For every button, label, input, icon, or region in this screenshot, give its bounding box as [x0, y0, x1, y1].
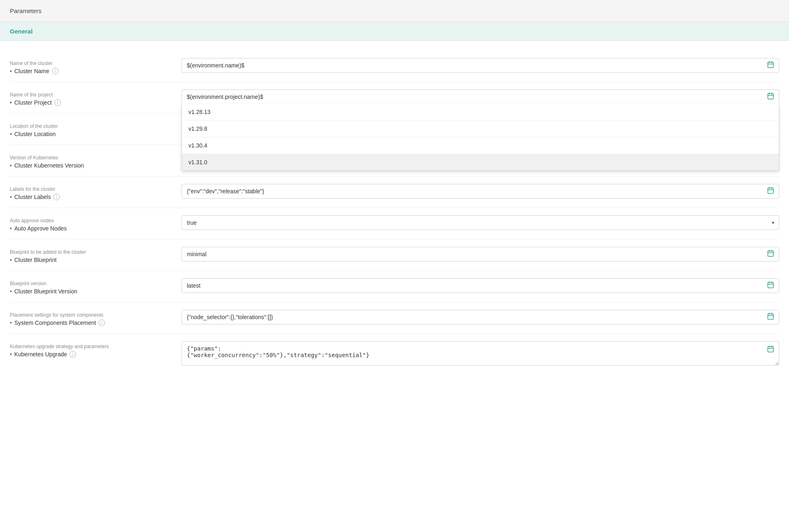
- label-text-kubernetes-upgrade: Kubernetes Upgrade: [14, 351, 67, 358]
- sublabel-kubernetes-upgrade: Kubernetes upgrade strategy and paramete…: [10, 344, 182, 349]
- dropdown-menu-cluster-project: v1.28.13v1.29.8v1.30.4v1.31.0: [182, 104, 779, 171]
- info-icon[interactable]: i: [99, 320, 105, 326]
- input-kubernetes-upgrade[interactable]: [182, 341, 779, 366]
- input-system-components-placement[interactable]: [182, 310, 779, 324]
- label-text-cluster-project: Cluster Project: [14, 99, 52, 106]
- input-cluster-project[interactable]: [182, 89, 779, 104]
- main-label-auto-approve-nodes: • Auto Approve Nodes: [10, 225, 182, 232]
- sublabel-cluster-kubernetes-version: Version of Kubernetes: [10, 155, 182, 161]
- dropdown-container-cluster-project: v1.28.13v1.29.8v1.30.4v1.31.0: [182, 89, 779, 104]
- label-col-cluster-blueprint-version: Blueprint version• Cluster Blueprint Ver…: [10, 278, 182, 295]
- input-col-system-components-placement: [182, 310, 779, 324]
- sublabel-cluster-project: Name of the project: [10, 92, 182, 98]
- form-row-cluster-blueprint: Blueprint to be added to the cluster• Cl…: [10, 239, 779, 271]
- required-star: •: [10, 320, 12, 326]
- label-text-cluster-location: Cluster Location: [14, 131, 56, 137]
- info-icon[interactable]: i: [69, 351, 76, 358]
- form-row-system-components-placement: Placement settings for system components…: [10, 302, 779, 334]
- form-row-cluster-name: Name of the cluster• Cluster Namei: [10, 51, 779, 82]
- input-col-cluster-blueprint-version: [182, 278, 779, 293]
- required-star: •: [10, 288, 12, 295]
- label-text-system-components-placement: System Components Placement: [14, 320, 96, 326]
- sublabel-system-components-placement: Placement settings for system components: [10, 312, 182, 318]
- info-icon[interactable]: i: [53, 194, 60, 200]
- input-col-cluster-project: v1.28.13v1.29.8v1.30.4v1.31.0: [182, 89, 779, 104]
- main-label-cluster-project: • Cluster Projecti: [10, 99, 182, 106]
- label-text-cluster-blueprint: Cluster Blueprint: [14, 257, 57, 263]
- input-col-auto-approve-nodes: truefalse▾: [182, 215, 779, 230]
- dropdown-input-row-cluster-project: [182, 89, 779, 104]
- main-label-cluster-blueprint: • Cluster Blueprint: [10, 257, 182, 263]
- main-label-cluster-labels: • Cluster Labelsi: [10, 194, 182, 200]
- dropdown-item[interactable]: v1.28.13: [182, 104, 779, 121]
- label-text-cluster-kubernetes-version: Cluster Kubernetes Version: [14, 162, 84, 169]
- input-wrapper-kubernetes-upgrade: [182, 341, 779, 366]
- form-row-kubernetes-upgrade: Kubernetes upgrade strategy and paramete…: [10, 334, 779, 373]
- page-header: Parameters General: [0, 0, 789, 41]
- form-row-cluster-project: Name of the project• Cluster Projectiv1.…: [10, 82, 779, 114]
- label-text-auto-approve-nodes: Auto Approve Nodes: [14, 225, 67, 232]
- required-star: •: [10, 162, 12, 169]
- main-label-system-components-placement: • System Components Placementi: [10, 320, 182, 326]
- dropdown-item[interactable]: v1.30.4: [182, 137, 779, 154]
- input-col-cluster-name: [182, 58, 779, 73]
- input-cluster-labels[interactable]: [182, 184, 779, 199]
- page-title: Parameters: [10, 7, 42, 14]
- label-col-system-components-placement: Placement settings for system components…: [10, 310, 182, 326]
- label-col-cluster-blueprint: Blueprint to be added to the cluster• Cl…: [10, 247, 182, 263]
- sublabel-cluster-blueprint: Blueprint to be added to the cluster: [10, 249, 182, 255]
- sublabel-cluster-location: Location of the cluster: [10, 123, 182, 129]
- input-wrapper-cluster-blueprint-version: [182, 278, 779, 293]
- select-wrapper-auto-approve-nodes: truefalse▾: [182, 215, 779, 230]
- sublabel-cluster-name: Name of the cluster: [10, 60, 182, 66]
- input-cluster-blueprint[interactable]: [182, 247, 779, 262]
- dropdown-item[interactable]: v1.29.8: [182, 121, 779, 137]
- label-col-cluster-location: Location of the cluster• Cluster Locatio…: [10, 121, 182, 137]
- label-col-cluster-project: Name of the project• Cluster Projecti: [10, 89, 182, 106]
- main-label-cluster-location: • Cluster Location: [10, 131, 182, 137]
- section-title: General: [10, 28, 33, 35]
- required-star: •: [10, 225, 12, 232]
- main-label-cluster-kubernetes-version: • Cluster Kubernetes Version: [10, 162, 182, 169]
- input-cluster-name[interactable]: [182, 58, 779, 73]
- input-col-cluster-labels: [182, 184, 779, 199]
- form-container: Name of the cluster• Cluster NameiName o…: [0, 41, 789, 383]
- section-header: General: [0, 22, 789, 41]
- info-icon[interactable]: i: [52, 68, 58, 74]
- input-wrapper-system-components-placement: [182, 310, 779, 324]
- label-col-auto-approve-nodes: Auto approve nodes• Auto Approve Nodes: [10, 215, 182, 232]
- label-text-cluster-name: Cluster Name: [14, 68, 49, 74]
- sublabel-auto-approve-nodes: Auto approve nodes: [10, 218, 182, 224]
- dropdown-item[interactable]: v1.31.0: [182, 154, 779, 170]
- required-star: •: [10, 99, 12, 106]
- label-text-cluster-labels: Cluster Labels: [14, 194, 51, 200]
- input-col-cluster-blueprint: [182, 247, 779, 262]
- main-label-kubernetes-upgrade: • Kubernetes Upgradei: [10, 351, 182, 358]
- required-star: •: [10, 194, 12, 200]
- label-col-cluster-labels: Labels for the cluster• Cluster Labelsi: [10, 184, 182, 200]
- label-text-cluster-blueprint-version: Cluster Blueprint Version: [14, 288, 77, 295]
- form-row-cluster-blueprint-version: Blueprint version• Cluster Blueprint Ver…: [10, 271, 779, 302]
- required-star: •: [10, 131, 12, 137]
- sublabel-cluster-blueprint-version: Blueprint version: [10, 281, 182, 286]
- label-col-kubernetes-upgrade: Kubernetes upgrade strategy and paramete…: [10, 341, 182, 358]
- required-star: •: [10, 351, 12, 358]
- info-icon[interactable]: i: [54, 99, 61, 106]
- label-col-cluster-name: Name of the cluster• Cluster Namei: [10, 58, 182, 74]
- input-wrapper-cluster-name: [182, 58, 779, 73]
- form-row-auto-approve-nodes: Auto approve nodes• Auto Approve Nodestr…: [10, 208, 779, 239]
- form-row-cluster-labels: Labels for the cluster• Cluster Labelsi: [10, 177, 779, 208]
- input-col-kubernetes-upgrade: [182, 341, 779, 366]
- required-star: •: [10, 257, 12, 263]
- input-wrapper-cluster-blueprint: [182, 247, 779, 262]
- select-auto-approve-nodes[interactable]: truefalse: [182, 215, 779, 230]
- main-label-cluster-blueprint-version: • Cluster Blueprint Version: [10, 288, 182, 295]
- main-label-cluster-name: • Cluster Namei: [10, 68, 182, 74]
- input-cluster-blueprint-version[interactable]: [182, 278, 779, 293]
- sublabel-cluster-labels: Labels for the cluster: [10, 186, 182, 192]
- input-wrapper-cluster-labels: [182, 184, 779, 199]
- required-star: •: [10, 68, 12, 74]
- label-col-cluster-kubernetes-version: Version of Kubernetes• Cluster Kubernete…: [10, 152, 182, 169]
